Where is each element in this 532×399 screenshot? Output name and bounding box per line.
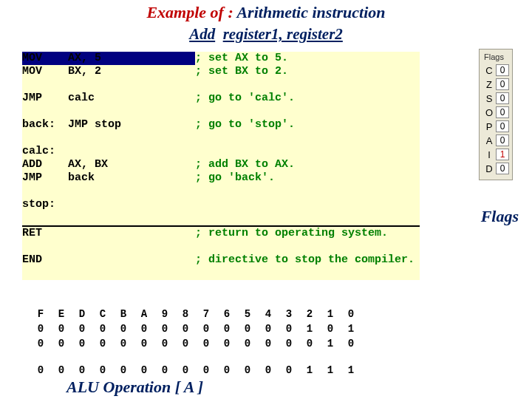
flag-label: I bbox=[482, 149, 496, 160]
code-label: ADD bbox=[22, 158, 68, 171]
grid-row: 0000000000000111 bbox=[31, 364, 361, 377]
grid-row: 0000000000000010 bbox=[31, 337, 361, 350]
flag-label: S bbox=[482, 93, 496, 104]
code-label: calc: bbox=[22, 145, 68, 158]
code-label: MOV bbox=[22, 65, 68, 78]
flag-value: 0 bbox=[496, 78, 509, 90]
code-operand: AX, 5 bbox=[68, 52, 195, 65]
flag-label: O bbox=[482, 107, 496, 118]
flags-header: Flags bbox=[484, 52, 508, 61]
code-operand bbox=[68, 227, 195, 240]
flag-row: I1 bbox=[482, 149, 509, 160]
flag-value: 0 bbox=[496, 64, 509, 76]
code-operand: back bbox=[68, 171, 195, 185]
flag-row: P0 bbox=[482, 120, 509, 132]
flag-label: P bbox=[482, 121, 496, 132]
flag-label: D bbox=[482, 163, 496, 174]
flag-value: 0 bbox=[496, 92, 509, 104]
code-operand: calc bbox=[68, 92, 195, 105]
code-label: stop: bbox=[22, 198, 68, 211]
flag-label: Z bbox=[482, 79, 496, 90]
flag-value: 0 bbox=[496, 163, 509, 174]
flag-value: 0 bbox=[496, 120, 509, 132]
flag-value: 0 bbox=[496, 106, 509, 118]
flag-value: 1 bbox=[496, 149, 509, 160]
flags-caption: Flags bbox=[481, 207, 519, 226]
flag-row: Z0 bbox=[482, 78, 509, 90]
code-label: END bbox=[22, 253, 68, 267]
code-operand: BX, 2 bbox=[68, 65, 195, 78]
code-operand: JMP stop bbox=[68, 118, 195, 132]
code-label: RET bbox=[22, 227, 68, 240]
subtitle-args: register1, register2 bbox=[223, 25, 343, 43]
page-title: Example of : Arithmetic instruction bbox=[0, 3, 532, 22]
bit-grid: FEDCBA9876543210 0000000000000101 000000… bbox=[30, 306, 362, 378]
code-operand bbox=[68, 253, 195, 267]
grid-header-row: FEDCBA9876543210 bbox=[31, 307, 361, 321]
flag-label: A bbox=[482, 135, 496, 146]
flag-label: C bbox=[482, 65, 496, 76]
flag-row: D0 bbox=[482, 163, 509, 174]
code-label: MOV bbox=[22, 52, 68, 65]
code-comment: ; go 'back'. bbox=[195, 171, 275, 185]
code-comment: ; set AX to 5. bbox=[195, 52, 288, 65]
code-comment: ; go to 'calc'. bbox=[195, 92, 295, 105]
flag-row: A0 bbox=[482, 134, 509, 146]
code-label: JMP bbox=[22, 171, 68, 185]
subtitle: Add register1, register2 bbox=[0, 25, 532, 44]
flag-row: O0 bbox=[482, 106, 509, 118]
code-label: back: bbox=[22, 118, 68, 132]
title-prefix: Example of : bbox=[146, 3, 236, 21]
code-operand: AX, BX bbox=[68, 158, 195, 171]
code-comment: ; directive to stop the compiler. bbox=[195, 253, 415, 267]
subtitle-instr: Add bbox=[189, 25, 215, 43]
code-listing: MOVAX, 5; set AX to 5. MOVBX, 2; set BX … bbox=[22, 52, 420, 280]
code-comment: ; go to 'stop'. bbox=[195, 118, 295, 132]
grid-row: 0000000000000101 bbox=[31, 322, 361, 335]
flag-value: 0 bbox=[496, 134, 509, 146]
flags-panel: Flags C0Z0S0O0P0A0I1D0 bbox=[479, 49, 513, 180]
code-comment: ; return to operating system. bbox=[195, 227, 388, 240]
alu-caption: ALU Operation [ A ] bbox=[66, 378, 203, 397]
flag-row: C0 bbox=[482, 64, 509, 76]
title-main: Arithmetic instruction bbox=[236, 3, 385, 21]
code-comment: ; add BX to AX. bbox=[195, 158, 295, 171]
code-label: JMP bbox=[22, 92, 68, 105]
code-comment: ; set BX to 2. bbox=[195, 65, 288, 78]
flag-row: S0 bbox=[482, 92, 509, 104]
